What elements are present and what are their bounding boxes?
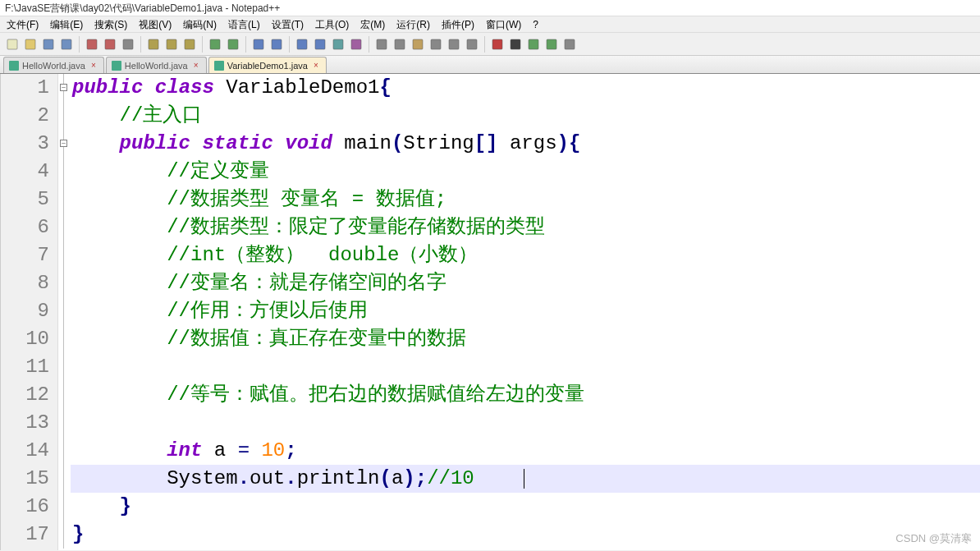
show-all-icon[interactable] [374, 37, 389, 52]
fold-row [58, 465, 71, 493]
copy-icon[interactable] [164, 37, 179, 52]
token-kw: void [285, 132, 332, 154]
menu-item[interactable]: 视图(V) [135, 16, 175, 32]
code-line[interactable]: } [71, 521, 980, 549]
editor[interactable]: 1234567891011121314151617 −− public clas… [0, 74, 980, 550]
tab-label: HelloWorld.java [125, 58, 188, 73]
token-sp [226, 439, 237, 461]
find-icon[interactable] [251, 37, 266, 52]
token-ident: a [392, 467, 403, 489]
menu-item[interactable]: 编辑(E) [47, 16, 86, 32]
record-icon[interactable] [490, 37, 505, 52]
code-line[interactable]: //int（整数） double（小数） [71, 241, 980, 269]
svg-rect-18 [377, 39, 387, 49]
token-pun: ; [415, 467, 427, 489]
menu-item[interactable]: 宏(M) [357, 16, 388, 32]
close-icon[interactable]: × [311, 61, 321, 71]
token-pun: . [285, 467, 296, 489]
close-icon[interactable] [85, 37, 99, 52]
code-area[interactable]: public class VariableDemo1{ //主入口 public… [71, 74, 980, 550]
file-icon [9, 61, 19, 71]
indent-guide-icon[interactable] [392, 37, 407, 52]
save-all-icon[interactable] [59, 37, 74, 52]
menu-item[interactable]: 插件(P) [438, 16, 478, 32]
fold-row [58, 297, 71, 325]
code-line[interactable]: public static void main(String[] args){ [71, 130, 980, 158]
code-line[interactable]: } [71, 493, 980, 521]
doc-map-icon[interactable] [428, 37, 443, 52]
redo-icon[interactable] [226, 37, 240, 52]
code-line[interactable]: System.out.println(a);//10 [71, 465, 980, 493]
stop-icon[interactable] [508, 37, 523, 52]
code-line[interactable]: //定义变量 [71, 158, 980, 186]
fold-row [58, 381, 71, 409]
code-line[interactable]: //数据类型：限定了变量能存储数据的类型 [71, 214, 980, 241]
token-indent [72, 188, 167, 210]
menu-item[interactable]: ? [529, 16, 542, 32]
replace-icon[interactable] [269, 37, 284, 52]
watermark: CSDN @莫清寒 [895, 531, 972, 546]
code-line[interactable]: //数据值：真正存在变量中的数据 [71, 325, 980, 353]
svg-rect-13 [272, 39, 282, 49]
menu-item[interactable]: 窗口(W) [483, 16, 524, 32]
menu-item[interactable]: 运行(R) [393, 16, 433, 32]
tab-bar: HelloWorld.java×HelloWorld.java×Variable… [0, 56, 980, 74]
print-icon[interactable] [121, 37, 135, 52]
fold-toggle-icon[interactable]: − [60, 140, 67, 147]
svg-rect-6 [123, 39, 133, 49]
paste-icon[interactable] [182, 37, 197, 52]
open-file-icon[interactable] [23, 37, 38, 52]
toolbar [0, 33, 980, 56]
svg-rect-1 [25, 39, 35, 49]
save-macro-icon[interactable] [562, 37, 577, 52]
code-line[interactable]: int a = 10; [71, 437, 980, 465]
svg-rect-22 [449, 39, 459, 49]
menu-item[interactable]: 编码(N) [180, 16, 220, 32]
menu-item[interactable]: 语言(L) [225, 16, 263, 32]
close-icon[interactable]: × [89, 61, 98, 71]
play-icon[interactable] [526, 37, 541, 52]
code-line[interactable]: public class VariableDemo1{ [71, 74, 980, 102]
tab[interactable]: HelloWorld.java× [106, 57, 207, 73]
fold-column[interactable]: −− [58, 74, 71, 550]
undo-icon[interactable] [208, 37, 222, 52]
new-file-icon[interactable] [5, 37, 20, 52]
text-cursor [524, 469, 524, 489]
word-wrap-icon[interactable] [349, 37, 364, 52]
code-line[interactable]: //主入口 [71, 102, 980, 130]
menu-item[interactable]: 文件(F) [3, 16, 42, 32]
fold-row [58, 269, 71, 297]
code-line[interactable]: //作用：方便以后使用 [71, 297, 980, 325]
menu-item[interactable]: 设置(T) [268, 16, 307, 32]
file-icon [112, 61, 121, 71]
menu-item[interactable]: 工具(O) [312, 16, 352, 32]
code-line[interactable] [71, 409, 980, 437]
line-number: 8 [1, 269, 49, 297]
zoom-in-icon[interactable] [295, 37, 309, 52]
code-line[interactable]: //数据类型 变量名 = 数据值; [71, 186, 980, 214]
code-line[interactable]: //变量名：就是存储空间的名字 [71, 269, 980, 297]
close-icon[interactable]: × [191, 61, 201, 71]
zoom-out-icon[interactable] [313, 37, 327, 52]
close-all-icon[interactable] [103, 37, 117, 52]
token-kw: int [167, 439, 202, 461]
sync-icon[interactable] [331, 37, 346, 52]
cut-icon[interactable] [146, 37, 161, 52]
func-list-icon[interactable] [446, 37, 461, 52]
token-pun: . [238, 467, 250, 489]
play-multi-icon[interactable] [544, 37, 559, 52]
token-pun: ( [392, 132, 403, 154]
fold-toggle-icon[interactable]: − [60, 84, 67, 91]
svg-rect-15 [315, 39, 325, 49]
code-line[interactable]: //等号：赋值。把右边的数据赋值给左边的变量 [71, 381, 980, 409]
monitor-icon[interactable] [465, 37, 479, 52]
folder-icon[interactable] [410, 37, 425, 52]
line-number: 11 [1, 353, 49, 381]
token-indent [72, 216, 167, 238]
save-icon[interactable] [41, 37, 56, 52]
code-line[interactable] [71, 353, 980, 381]
menu-item[interactable]: 搜索(S) [91, 16, 131, 32]
tab[interactable]: HelloWorld.java× [3, 57, 104, 73]
svg-rect-26 [529, 39, 538, 49]
tab[interactable]: VariableDemo1.java× [208, 57, 327, 73]
